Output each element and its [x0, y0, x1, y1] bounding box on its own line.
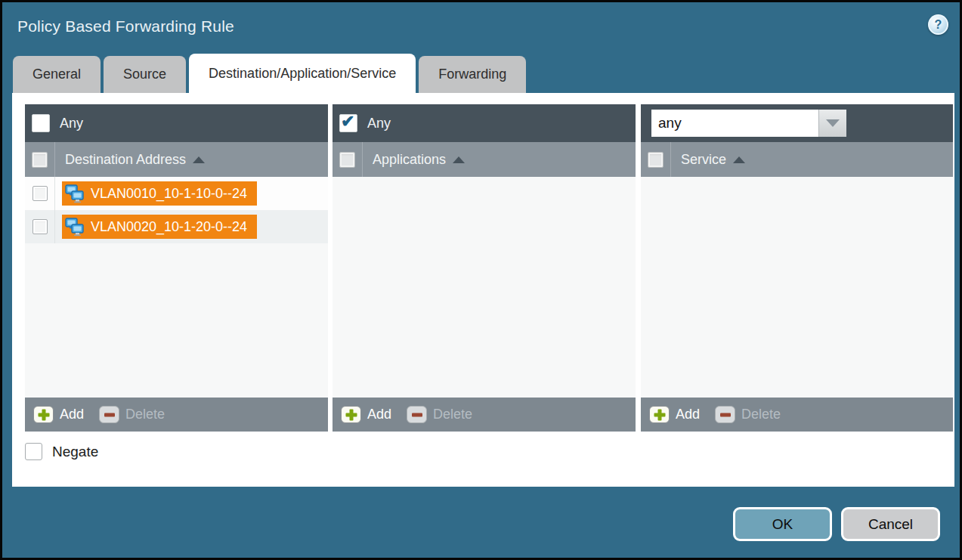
- delete-minus-icon: [715, 406, 735, 423]
- destination-toolbar: Add Delete: [25, 398, 328, 432]
- applications-add-button[interactable]: Add: [341, 406, 391, 423]
- applications-column-title[interactable]: Applications: [373, 152, 446, 168]
- table-row[interactable]: VLAN0010_10-1-10-0--24: [25, 177, 328, 210]
- dialog-title: Policy Based Forwarding Rule: [17, 17, 234, 36]
- tab-forwarding[interactable]: Forwarding: [419, 56, 526, 93]
- service-column-header: Service: [641, 142, 953, 177]
- service-list: [641, 177, 953, 398]
- destination-list: VLAN0010_10-1-10-0--24: [25, 177, 328, 398]
- tab-destination-application-service[interactable]: Destination/Application/Service: [189, 54, 416, 93]
- tab-source[interactable]: Source: [104, 56, 186, 93]
- destination-column-title[interactable]: Destination Address: [65, 152, 186, 168]
- tab-content: Any Destination Address: [12, 93, 954, 487]
- network-address-icon: [65, 218, 85, 237]
- sort-asc-icon[interactable]: [453, 156, 465, 163]
- destination-any-label: Any: [60, 116, 83, 131]
- service-dropdown-value: any: [651, 110, 818, 137]
- address-label: VLAN0020_10-1-20-0--24: [91, 219, 247, 235]
- add-plus-icon: [341, 406, 361, 423]
- add-plus-icon: [649, 406, 670, 423]
- address-label: VLAN0010_10-1-10-0--24: [91, 186, 247, 202]
- destination-any-checkbox[interactable]: [32, 114, 50, 132]
- service-dropdown-button[interactable]: [818, 110, 846, 137]
- applications-panel: Any Applications Add Delete: [333, 104, 636, 432]
- pbf-rule-dialog: Policy Based Forwarding Rule ? General S…: [0, 0, 962, 560]
- negate-checkbox[interactable]: [25, 443, 42, 460]
- service-delete-button[interactable]: Delete: [715, 406, 781, 423]
- destination-panel: Any Destination Address: [25, 104, 328, 432]
- applications-toolbar: Add Delete: [333, 398, 636, 432]
- address-chip[interactable]: VLAN0010_10-1-10-0--24: [62, 181, 257, 206]
- applications-any-bar: Any: [333, 104, 636, 142]
- service-dropdown-bar: any: [641, 104, 953, 142]
- cancel-button[interactable]: Cancel: [841, 507, 940, 541]
- destination-delete-button[interactable]: Delete: [99, 406, 165, 423]
- row-checkbox[interactable]: [32, 219, 48, 234]
- sort-asc-icon[interactable]: [733, 156, 745, 163]
- applications-column-header: Applications: [333, 142, 636, 177]
- service-add-button[interactable]: Add: [649, 406, 700, 423]
- network-address-icon: [65, 184, 85, 203]
- destination-selectall-checkbox[interactable]: [32, 152, 48, 168]
- destination-column-header: Destination Address: [25, 142, 328, 177]
- service-toolbar: Add Delete: [641, 398, 953, 432]
- negate-label: Negate: [52, 444, 98, 460]
- delete-minus-icon: [407, 406, 427, 423]
- service-selectall-checkbox[interactable]: [648, 152, 664, 168]
- destination-any-bar: Any: [25, 104, 328, 142]
- tab-bar: General Source Destination/Application/S…: [13, 54, 526, 93]
- delete-minus-icon: [99, 406, 119, 423]
- applications-any-label: Any: [367, 116, 391, 131]
- row-checkbox[interactable]: [32, 186, 48, 201]
- destination-add-button[interactable]: Add: [33, 406, 84, 423]
- address-chip[interactable]: VLAN0020_10-1-20-0--24: [62, 215, 257, 239]
- applications-selectall-checkbox[interactable]: [339, 152, 355, 168]
- tab-general[interactable]: General: [13, 56, 101, 93]
- service-panel: any Service Add: [641, 104, 953, 432]
- chevron-down-icon: [826, 119, 840, 127]
- service-dropdown[interactable]: any: [651, 110, 846, 137]
- sort-asc-icon[interactable]: [193, 156, 205, 163]
- help-icon[interactable]: ?: [928, 14, 948, 35]
- ok-button[interactable]: OK: [733, 507, 832, 541]
- applications-delete-button[interactable]: Delete: [407, 406, 472, 423]
- negate-row: Negate: [25, 443, 98, 460]
- table-row[interactable]: VLAN0020_10-1-20-0--24: [25, 210, 328, 243]
- add-plus-icon: [33, 406, 54, 423]
- applications-any-checkbox[interactable]: [339, 114, 357, 132]
- applications-list: [333, 177, 636, 398]
- service-column-title[interactable]: Service: [681, 152, 726, 168]
